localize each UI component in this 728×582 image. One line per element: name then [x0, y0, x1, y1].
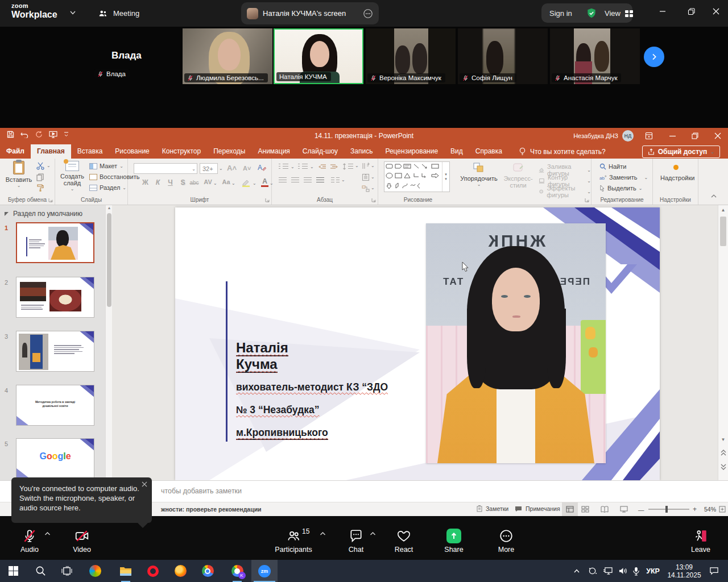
columns-button[interactable]: ⌄: [331, 177, 345, 183]
video-tile-natalia-active[interactable]: Наталія КУЧМА: [274, 28, 363, 84]
scrollbar-thumb[interactable]: [107, 213, 111, 307]
zoom-slider-track[interactable]: [648, 509, 689, 510]
font-size-input[interactable]: 32+: [200, 163, 218, 174]
shapes-scroll[interactable]: ▾▾: [442, 162, 449, 192]
zoom-app-icon[interactable]: zm: [251, 560, 278, 582]
new-slide-button[interactable]: Создать слайд ⌄: [57, 161, 87, 192]
align-text-button[interactable]: ⌄: [362, 173, 370, 181]
previous-slide-button[interactable]: [719, 450, 727, 456]
clock[interactable]: 13:09 14.11.2025: [664, 560, 704, 582]
bold-button[interactable]: Ж: [140, 178, 150, 186]
shrink-font-button[interactable]: А˅: [243, 165, 251, 172]
zoom-level[interactable]: 54%: [704, 506, 716, 513]
layout-button[interactable]: Макет⌄: [89, 163, 123, 169]
language-indicator[interactable]: УКР: [643, 560, 663, 582]
chevron-down-icon[interactable]: [69, 9, 76, 16]
clear-formatting-button[interactable]: A: [258, 163, 267, 172]
chrome-profile-icon[interactable]: K: [224, 560, 250, 582]
slide-thumbnail-5[interactable]: Google: [16, 438, 94, 478]
notification-close-icon[interactable]: [142, 481, 147, 487]
cut-button[interactable]: [36, 162, 44, 170]
format-painter-button[interactable]: [36, 184, 44, 192]
video-tile-veronika[interactable]: Вероніка Максимчук: [366, 28, 456, 84]
view-reading-button[interactable]: [601, 506, 609, 513]
font-color-button[interactable]: А: [260, 177, 270, 187]
view-button[interactable]: View: [605, 0, 634, 27]
copilot-icon[interactable]: [82, 560, 108, 582]
tray-network-icon[interactable]: [601, 560, 615, 582]
numbering-button[interactable]: ⌄: [298, 164, 314, 169]
participants-options-chevron[interactable]: [320, 531, 326, 536]
shape-effects-button[interactable]: Эффекты фигуры⌄: [539, 185, 591, 198]
tray-meet-now-icon[interactable]: [586, 560, 599, 582]
next-slide-button[interactable]: [719, 464, 727, 470]
chrome-icon[interactable]: [195, 560, 221, 582]
share-access-button[interactable]: Общий доступ ⌄: [642, 146, 720, 158]
tab-draw[interactable]: Рисование: [109, 144, 155, 159]
window-close-button[interactable]: [703, 0, 728, 23]
change-case-button[interactable]: Aa: [221, 178, 231, 185]
fit-slide-button[interactable]: [719, 506, 726, 513]
window-minimize-button[interactable]: [650, 0, 676, 23]
firefox-icon[interactable]: [167, 560, 193, 582]
slide-thumbnail-1[interactable]: [16, 222, 94, 263]
tab-transitions[interactable]: Переходы: [207, 144, 251, 159]
smartart-button[interactable]: ⌄: [362, 185, 370, 192]
font-name-input[interactable]: ⌄: [134, 163, 197, 174]
tab-file[interactable]: Файл: [0, 144, 31, 159]
participants-button[interactable]: 15 Participants: [275, 529, 312, 554]
ppt-restore-button[interactable]: [692, 132, 698, 139]
zoom-slider-thumb[interactable]: [665, 506, 668, 513]
arrange-button[interactable]: Упорядочить ⌄: [457, 162, 501, 187]
account-name[interactable]: Незабудка ДНЗ: [573, 132, 618, 139]
view-normal-button[interactable]: [562, 502, 578, 516]
bullets-button[interactable]: ⌄: [279, 164, 295, 169]
tab-home[interactable]: Главная: [31, 144, 71, 159]
highlight-color-button[interactable]: [242, 179, 252, 187]
text-shadow-button[interactable]: S: [178, 178, 188, 186]
view-sorter-button[interactable]: [581, 506, 589, 513]
justify-button[interactable]: [316, 177, 324, 183]
comments-toggle-button[interactable]: Примечания: [515, 505, 560, 512]
next-participants-button[interactable]: [644, 47, 664, 67]
audio-options-chevron[interactable]: [44, 531, 51, 536]
align-center-button[interactable]: [291, 177, 299, 183]
scroll-up-arrow[interactable]: ▲: [719, 207, 727, 213]
slide-thumbnail-2[interactable]: [16, 277, 94, 318]
chat-options-chevron[interactable]: [370, 531, 376, 536]
clipboard-dialog-launcher[interactable]: [48, 198, 53, 202]
slide-thumbnail-3[interactable]: [16, 331, 94, 372]
video-tile-ludmyla[interactable]: Людмила Березовсь...: [183, 28, 272, 84]
search-icon[interactable]: [27, 560, 53, 582]
scrollbar-thumb[interactable]: [720, 217, 726, 246]
tab-review[interactable]: Рецензирование: [379, 144, 444, 159]
select-button[interactable]: Выделить⌄: [599, 185, 642, 192]
tab-slideshow[interactable]: Слайд-шоу: [296, 144, 344, 159]
increase-indent-button[interactable]: [330, 164, 338, 170]
underline-button[interactable]: Ч: [166, 178, 175, 186]
scroll-down-arrow[interactable]: ▼: [719, 437, 727, 442]
section-header[interactable]: Раздел по умолчанию: [5, 210, 82, 218]
tab-record[interactable]: Запись: [344, 144, 379, 159]
font-dialog-launcher[interactable]: [265, 198, 270, 202]
opera-icon[interactable]: [140, 560, 166, 582]
task-view-icon[interactable]: [53, 560, 80, 582]
ribbon-display-options-icon[interactable]: [645, 132, 653, 140]
screen-share-tab[interactable]: Наталія КУЧМА's screen: [241, 2, 379, 24]
file-explorer-icon[interactable]: [113, 560, 139, 582]
addins-button[interactable]: Надстройки: [660, 163, 691, 181]
panel-scrollbar[interactable]: ▲: [105, 205, 112, 480]
copy-button[interactable]: [36, 173, 44, 181]
ppt-close-button[interactable]: [714, 132, 721, 139]
chevron-down-icon[interactable]: ⌄: [47, 163, 51, 168]
quick-styles-button[interactable]: Экспресс-стили: [500, 162, 536, 189]
section-button[interactable]: Раздел⌄: [89, 184, 126, 191]
react-button[interactable]: React: [386, 529, 422, 554]
view-slideshow-button[interactable]: [620, 506, 628, 513]
collapse-ribbon-button[interactable]: [711, 194, 717, 198]
text-direction-button[interactable]: ⌄: [362, 162, 370, 170]
video-tile-anastasia[interactable]: Анастасія Марчук: [550, 28, 640, 84]
tab-more-icon[interactable]: [363, 9, 373, 19]
more-button[interactable]: More: [488, 529, 524, 554]
italic-button[interactable]: К: [153, 178, 163, 186]
